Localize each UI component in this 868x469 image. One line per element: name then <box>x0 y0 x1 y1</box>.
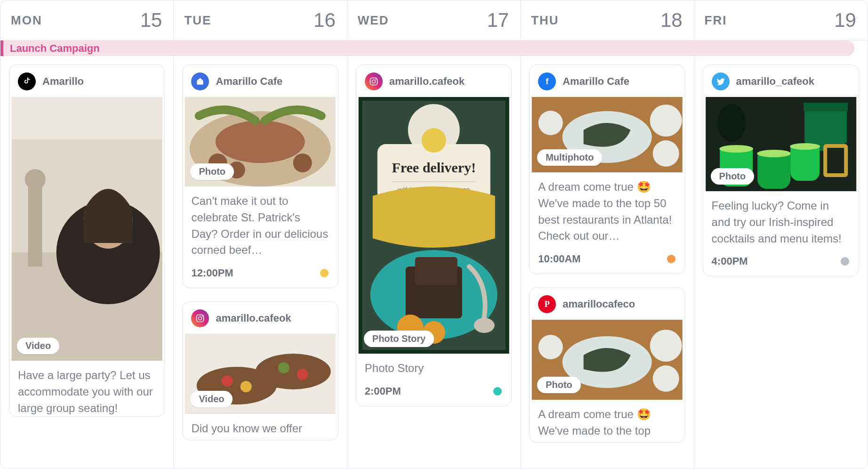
post-text: A dream come true 🤩 We've made to the to… <box>530 400 684 442</box>
post-card-footer: 2:00PM <box>356 377 511 406</box>
status-dot <box>841 257 849 266</box>
post-time: 12:00PM <box>191 267 233 279</box>
overlay-title: Free delivery! <box>392 160 476 175</box>
post-card-header: amarillo.cafeok <box>183 302 338 334</box>
media-type-badge: Video <box>190 391 233 407</box>
svg-point-6 <box>25 169 46 190</box>
svg-point-43 <box>653 140 679 167</box>
calendar-columns: Amarillo Video Have a large p <box>0 56 868 469</box>
post-card[interactable]: Amarillo Video Have a large p <box>9 65 165 417</box>
day-number: 16 <box>313 9 336 32</box>
post-card[interactable]: amarillo.cafeok Video Did you know we of… <box>182 301 338 440</box>
media-type-badge: Video <box>17 338 59 354</box>
day-column-tue: Amarillo Cafe Photo Can't mak <box>174 56 347 469</box>
svg-point-55 <box>790 143 820 150</box>
post-time: 10:00AM <box>538 253 580 265</box>
media-type-badge: Photo <box>711 168 755 185</box>
svg-rect-7 <box>197 81 203 84</box>
svg-point-48 <box>653 365 679 392</box>
post-card[interactable]: amarillo_cafeok <box>703 65 859 276</box>
post-card-header: Amarillo <box>9 65 164 97</box>
post-text: A dream come true 🤩 We've made to the to… <box>530 172 684 244</box>
day-name: MON <box>11 13 42 28</box>
svg-point-21 <box>241 381 252 392</box>
account-name: amarillocafeco <box>563 298 635 310</box>
svg-point-20 <box>222 375 233 387</box>
media-type-badge: Photo Story <box>364 331 434 347</box>
post-media: Video <box>9 97 164 361</box>
day-header-thu[interactable]: THU 18 <box>521 0 694 40</box>
svg-rect-50 <box>804 103 848 111</box>
day-header-wed[interactable]: WED 17 <box>347 0 521 40</box>
day-column-wed: amarillo.cafeok Free delivery! within ou… <box>347 56 521 469</box>
svg-point-15 <box>199 317 202 320</box>
post-card-header: f Amarillo Cafe <box>530 65 684 97</box>
svg-point-22 <box>278 362 289 373</box>
svg-point-42 <box>650 105 682 137</box>
day-number: 17 <box>487 9 509 32</box>
campaign-label: Launch Campaign <box>10 42 100 55</box>
account-name: amarillo.cafeok <box>216 312 291 324</box>
post-card-header: Amarillo Cafe <box>183 65 338 97</box>
facebook-icon: f <box>538 73 556 90</box>
svg-point-16 <box>202 316 203 317</box>
post-time: 4:00PM <box>712 255 748 267</box>
day-name: THU <box>531 13 559 28</box>
campaign-bar[interactable]: Launch Campaign <box>0 40 854 56</box>
account-name: amarillo.cafeok <box>389 75 465 88</box>
day-header-mon[interactable]: MON 15 <box>0 0 174 40</box>
status-dot <box>667 255 675 263</box>
post-card-header: amarillo_cafeok <box>703 65 859 97</box>
svg-point-53 <box>719 145 753 153</box>
svg-rect-5 <box>28 186 42 267</box>
day-number: 19 <box>834 9 856 32</box>
day-column-thu: f Amarillo Cafe Multiphoto A dream <box>521 56 694 469</box>
account-name: Amarillo Cafe <box>216 75 282 88</box>
instagram-icon <box>365 73 383 90</box>
post-card[interactable]: P amarillocafeco Photo A dream com <box>529 287 685 443</box>
day-header-fri[interactable]: FRI 19 <box>694 0 868 40</box>
calendar-header-row: MON 15 TUE 16 WED 17 THU 18 FRI 19 <box>0 0 868 40</box>
svg-point-41 <box>538 111 563 135</box>
svg-point-54 <box>757 150 791 157</box>
calendar: MON 15 TUE 16 WED 17 THU 18 FRI 19 Launc… <box>0 0 868 469</box>
svg-point-19 <box>256 354 331 389</box>
instagram-icon <box>191 309 209 327</box>
post-text: Can't make it out to celebrate St. Patri… <box>183 186 338 259</box>
day-name: FRI <box>705 13 727 28</box>
post-time: 2:00PM <box>365 385 401 397</box>
pinterest-icon: P <box>538 295 556 313</box>
svg-point-56 <box>717 104 746 142</box>
account-name: Amarillo Cafe <box>563 75 629 88</box>
svg-point-23 <box>297 369 308 380</box>
status-dot <box>320 269 329 277</box>
svg-point-25 <box>372 80 375 83</box>
status-dot <box>493 387 502 396</box>
svg-point-13 <box>293 154 312 172</box>
post-text: Photo Story <box>356 354 511 377</box>
post-card[interactable]: amarillo.cafeok Free delivery! within ou… <box>356 65 512 406</box>
svg-point-38 <box>474 318 494 333</box>
google-icon <box>191 73 209 90</box>
day-column-fri: amarillo_cafeok <box>694 56 868 469</box>
post-media: Photo <box>530 320 684 400</box>
day-number: 15 <box>140 9 162 32</box>
svg-point-31 <box>421 128 446 153</box>
post-text: Did you know we offer <box>183 414 338 440</box>
post-media: Video <box>183 334 338 414</box>
media-type-badge: Photo <box>537 377 581 393</box>
post-card[interactable]: Amarillo Cafe Photo Can't mak <box>182 65 338 288</box>
day-header-tue[interactable]: TUE 16 <box>174 0 347 40</box>
post-card-footer: 10:00AM <box>530 244 684 274</box>
account-name: amarillo_cafeok <box>736 75 814 88</box>
post-text: Have a large party? Let us accommodate y… <box>9 361 164 416</box>
post-card-footer: 4:00PM <box>703 247 859 276</box>
post-card[interactable]: f Amarillo Cafe Multiphoto A dream <box>529 65 685 274</box>
account-name: Amarillo <box>42 75 84 88</box>
day-name: TUE <box>184 13 211 28</box>
post-card-header: amarillo.cafeok <box>356 65 511 97</box>
twitter-icon <box>712 73 730 90</box>
day-number: 18 <box>660 9 683 32</box>
svg-rect-35 <box>415 257 457 285</box>
post-card-footer: 12:00PM <box>183 259 338 288</box>
